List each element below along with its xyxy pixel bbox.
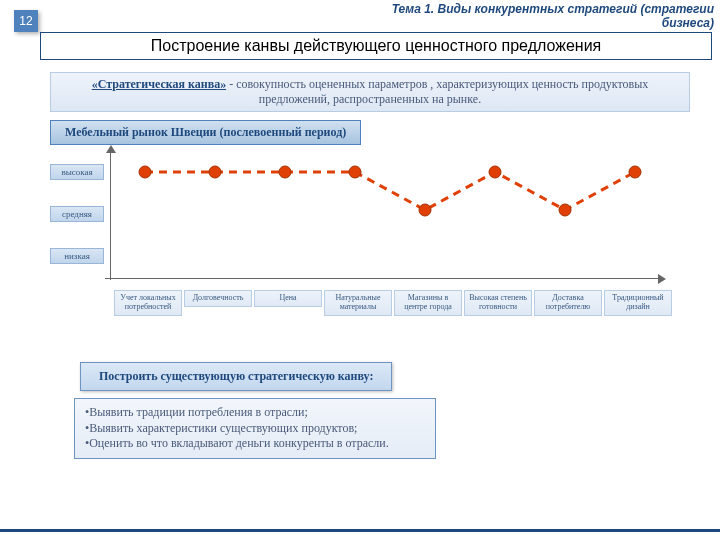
x-cat-1: Долговечность bbox=[184, 290, 252, 307]
x-cat-3: Натуральные материалы bbox=[324, 290, 392, 316]
topic-label: Тема 1. Виды конкурентных стратегий (стр… bbox=[354, 2, 714, 30]
x-cat-2: Цена bbox=[254, 290, 322, 307]
svg-point-4 bbox=[419, 204, 431, 216]
svg-point-7 bbox=[629, 166, 641, 178]
svg-point-6 bbox=[559, 204, 571, 216]
slide-number: 12 bbox=[14, 10, 38, 32]
action-bullets: •Выявить традиции потребления в отрасли;… bbox=[74, 398, 436, 459]
bullet-2: •Оценить во что вкладывают деньги конкур… bbox=[85, 436, 425, 452]
x-cat-0: Учет локальных потребностей bbox=[114, 290, 182, 316]
svg-point-1 bbox=[209, 166, 221, 178]
definition-box: «Стратегическая канва» - совокупность оц… bbox=[50, 72, 690, 112]
definition-text: - совокупность оцененных параметров , ха… bbox=[226, 77, 648, 106]
definition-term: «Стратегическая канва» bbox=[92, 77, 226, 91]
svg-point-3 bbox=[349, 166, 361, 178]
strategic-canvas-chart: высокая средняя низкая Учет локальных по… bbox=[50, 150, 670, 320]
bullet-1: •Выявить характеристики существующих про… bbox=[85, 421, 425, 437]
footer-divider bbox=[0, 529, 720, 532]
svg-point-2 bbox=[279, 166, 291, 178]
page-title: Построение канвы действующего ценностног… bbox=[40, 32, 712, 60]
x-cat-4: Магазины в центре города bbox=[394, 290, 462, 316]
chart-subtitle: Мебельный рынок Швеции (послевоенный пер… bbox=[50, 120, 361, 145]
x-cat-5: Высокая степень готовности bbox=[464, 290, 532, 316]
svg-point-5 bbox=[489, 166, 501, 178]
bullet-0: •Выявить традиции потребления в отрасли; bbox=[85, 405, 425, 421]
chart-line bbox=[50, 150, 670, 280]
x-cat-7: Традиционный дизайн bbox=[604, 290, 672, 316]
action-title: Построить существующую стратегическую ка… bbox=[80, 362, 392, 391]
x-cat-6: Доставка потребителю bbox=[534, 290, 602, 316]
svg-point-0 bbox=[139, 166, 151, 178]
